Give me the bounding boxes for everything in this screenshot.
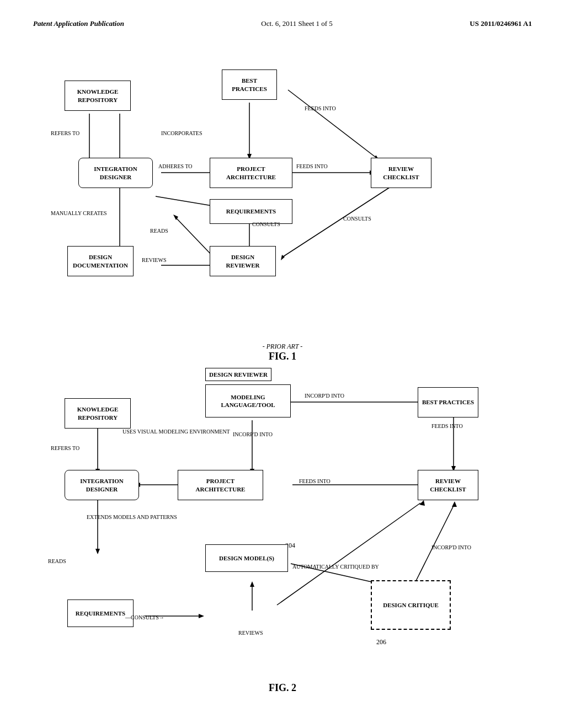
requirements-box-1: REQUIREMENTS xyxy=(210,199,292,224)
review-checklist-box-2: REVIEW CHECKLIST xyxy=(418,470,478,500)
svg-marker-17 xyxy=(281,255,285,260)
feeds-into-2-label: FEEDS INTO xyxy=(296,163,328,170)
svg-marker-37 xyxy=(95,549,100,554)
requirements-box-2: REQUIREMENTS xyxy=(67,599,134,627)
consults-label: —CONSULTS→ xyxy=(125,614,164,621)
integration-designer-box-2: INTEGRATION DESIGNER xyxy=(65,470,139,500)
refers-to-label: REFERS TO xyxy=(51,130,79,137)
design-documentation-box: DESIGN DOCUMENTATION xyxy=(67,246,134,276)
incorporates-label: INCORPORATES xyxy=(161,130,202,137)
ref-206: 206 xyxy=(376,638,386,646)
project-architecture-box-2: PROJECT ARCHITECTURE xyxy=(178,470,263,500)
svg-marker-19 xyxy=(173,215,178,220)
design-reviewer-box-1: DESIGN REVIEWER xyxy=(210,246,276,276)
adheres-to-label: ADHERES TO xyxy=(158,163,193,170)
best-practices-box-2: BEST PRACTICES xyxy=(418,387,478,417)
consults-2-label: CONSULTS xyxy=(343,216,371,222)
fig2-caption: FIG. 2 xyxy=(22,682,543,694)
incorpd-into-1-label: INCORP'D INTO xyxy=(305,393,344,399)
fig2-diagram: 202 204 206 KNOWLEDGE REPOSITORY MODELIN… xyxy=(34,368,531,677)
fig2-caption-area: FIG. 2 xyxy=(22,682,543,694)
consults-1-label: CONSULTS xyxy=(252,221,280,228)
header-right: US 2011/0246961 A1 xyxy=(470,19,532,28)
svg-marker-41 xyxy=(250,581,254,587)
design-models-box: DESIGN MODEL(S) xyxy=(205,544,288,572)
automatically-label: AUTOMATICALLY CRITIQUED BY xyxy=(292,564,379,570)
svg-line-16 xyxy=(282,185,393,257)
design-critique-box: DESIGN CRITIQUE xyxy=(371,580,451,630)
review-checklist-box-1: REVIEW CHECKLIST xyxy=(371,158,431,188)
fig1-diagram: KNOWLEDGE REPOSITORY BEST PRACTICES REVI… xyxy=(34,50,531,337)
reads-label-2: READS xyxy=(48,558,66,565)
refers-to-label-2: REFERS TO xyxy=(51,445,79,452)
design-reviewer-box-2: DESIGN REVIEWER xyxy=(205,368,271,381)
reviews-label-2: REVIEWS xyxy=(238,630,263,636)
modeling-language-box: MODELING LANGUAGE/TOOL xyxy=(205,384,291,417)
svg-marker-43 xyxy=(199,614,204,618)
integration-designer-box: INTEGRATION DESIGNER xyxy=(78,158,153,188)
uses-visual-label: USES VISUAL MODELING ENVIRONMENT xyxy=(122,429,230,435)
extends-label: EXTENDS MODELS AND PATTERNS xyxy=(87,514,177,521)
header-center: Oct. 6, 2011 Sheet 1 of 5 xyxy=(261,19,333,28)
fig1-caption-sub: - PRIOR ART - xyxy=(22,342,543,351)
incorpd-into-2-label: INCORP'D INTO xyxy=(233,431,273,438)
svg-marker-47 xyxy=(419,500,425,506)
knowledge-repository-box-2: KNOWLEDGE REPOSITORY xyxy=(65,398,131,429)
header-left: Patent Application Publication xyxy=(33,19,124,28)
fig1-caption: FIG. 1 xyxy=(22,351,543,362)
reviews-label: REVIEWS xyxy=(142,257,166,264)
svg-line-2 xyxy=(288,90,376,158)
feeds-into-2-label-2: FEEDS INTO xyxy=(299,478,331,485)
best-practices-box: BEST PRACTICES xyxy=(222,69,277,100)
svg-line-18 xyxy=(177,218,214,257)
page: Patent Application Publication Oct. 6, 2… xyxy=(0,0,565,728)
feeds-into-1-label: FEEDS INTO xyxy=(305,105,336,112)
fig1-caption-area: - PRIOR ART - FIG. 1 xyxy=(22,342,543,362)
knowledge-repository-box: KNOWLEDGE REPOSITORY xyxy=(65,81,131,111)
page-header: Patent Application Publication Oct. 6, 2… xyxy=(22,11,543,34)
manually-creates-label: MANUALLY CREATES xyxy=(51,210,107,217)
incorpd-into-3-label: INCORP'D INTO xyxy=(431,544,471,551)
feeds-into-1-label-2: FEEDS INTO xyxy=(431,423,463,430)
reads-label: READS xyxy=(150,228,168,234)
project-architecture-box: PROJECT ARCHITECTURE xyxy=(210,158,292,188)
svg-marker-45 xyxy=(452,501,457,507)
